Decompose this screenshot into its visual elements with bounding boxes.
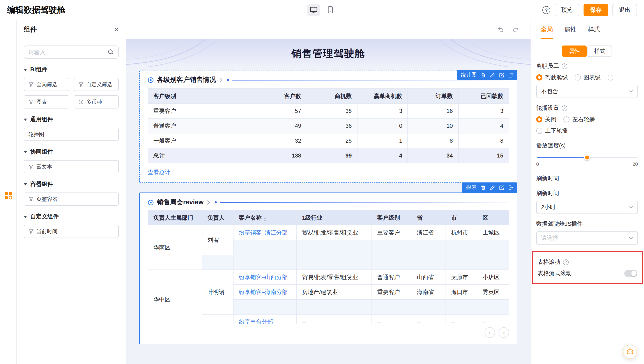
dashboard-canvas[interactable]: 销售管理驾驶舱 统计图 — [126, 40, 531, 364]
column-header: 客户数 — [256, 88, 307, 104]
view-total-link[interactable]: 查看总计 — [148, 168, 170, 176]
next-page-button[interactable]: › — [499, 327, 509, 338]
radio-carousel-off[interactable]: 关闭 — [536, 116, 556, 124]
redo-icon — [512, 26, 519, 33]
undo-button[interactable] — [497, 26, 504, 33]
customer-link[interactable]: 纷享丰台分部 — [239, 318, 273, 324]
column-header-sortable[interactable]: 客户名称 — [234, 210, 297, 225]
mobile-view-button[interactable] — [324, 4, 337, 16]
table-cell: 36 — [307, 118, 357, 133]
component-item-multi-currency[interactable]: 多币种 — [73, 96, 119, 108]
component-item-chart[interactable]: 图表 — [24, 96, 69, 108]
save-button[interactable]: 保存 — [583, 4, 608, 16]
component-group-collab[interactable]: 协同组件 — [24, 148, 119, 156]
prev-page-button[interactable]: ‹ — [485, 327, 495, 338]
desktop-view-button[interactable] — [307, 4, 320, 16]
table-cell: 8 — [458, 133, 509, 148]
delete-widget-button[interactable] — [481, 72, 486, 78]
chevron-down-icon — [629, 237, 633, 239]
chevron-right-icon[interactable] — [206, 200, 210, 205]
close-icon[interactable]: × — [114, 26, 119, 34]
customer-link[interactable]: 纷享销客–浙江分部 — [239, 229, 288, 236]
component-group-bi[interactable]: BI组件 — [24, 66, 119, 74]
tab-global[interactable]: 全局 — [541, 20, 553, 39]
radio-chart-level[interactable]: 图表级 — [575, 74, 601, 82]
column-header: 已回款数 — [458, 88, 509, 104]
component-item-rich-text[interactable]: 富文本 — [24, 160, 119, 173]
widget-customer-level-sales[interactable]: 统计图 — [139, 70, 517, 183]
widget-type-label: 统计图 — [461, 71, 477, 79]
help-icon[interactable]: ? — [563, 259, 569, 265]
trash-icon — [481, 185, 486, 190]
table-cell: 重要客户 — [372, 225, 411, 240]
exit-button[interactable]: 退出 — [612, 4, 637, 16]
widget-sales-weekly-review[interactable]: 报表 — [139, 192, 517, 344]
report-table-viewport[interactable]: 负责人主属部门 负责人 客户名称 1级行业 客户级别 省 市 — [148, 210, 509, 324]
speed-slider[interactable] — [537, 154, 637, 160]
radio-carousel-horizontal[interactable]: 左右轮播 — [563, 116, 595, 124]
resigned-staff-label: 离职员工 — [536, 62, 559, 70]
rename-widget-button[interactable] — [499, 72, 504, 78]
component-item-custom-filter[interactable]: 自定义筛选 — [73, 78, 119, 91]
help-icon[interactable]: ? — [542, 6, 550, 14]
table-stream-scroll-toggle[interactable] — [624, 270, 637, 277]
table-cell: 25 — [307, 133, 357, 148]
help-icon[interactable] — [608, 74, 613, 80]
dashboard-editor-app: 编辑数据驾驶舱 ? 预览 保存 退出 — [0, 0, 644, 364]
mode-toggle: 属性 样式 — [536, 46, 638, 57]
chevron-right-icon[interactable] — [219, 77, 223, 82]
component-item-carousel[interactable]: 轮播图 — [24, 128, 119, 141]
help-icon[interactable]: ? — [562, 105, 567, 111]
sort-icon[interactable] — [264, 217, 267, 222]
components-library-button[interactable] — [4, 27, 13, 364]
table-row: 华南区 刘宥 纷享销客–浙江分部 贸易/批发/零售/租赁业 重要客户 浙江省 杭… — [148, 225, 509, 240]
radio-carousel-vertical[interactable]: 上下轮播 — [536, 127, 568, 135]
chevron-down-icon — [24, 183, 27, 185]
preview-button[interactable]: 预览 — [555, 4, 579, 16]
title-divider-line — [220, 202, 509, 203]
mode-style-button[interactable]: 样式 — [587, 46, 612, 57]
rename-widget-button[interactable] — [499, 185, 504, 190]
tab-style[interactable]: 样式 — [588, 20, 600, 39]
wave-decoration — [126, 40, 266, 68]
component-item-tab-container[interactable]: 页签容器 — [24, 192, 119, 206]
component-item-current-time[interactable]: 当前时间 — [24, 225, 119, 238]
device-toggle — [307, 4, 337, 16]
table-cell: 16 — [408, 104, 459, 118]
search-input[interactable] — [29, 49, 108, 55]
table-cell: -- — [297, 314, 372, 324]
mode-properties-button[interactable]: 属性 — [562, 46, 587, 57]
edit-widget-button[interactable] — [490, 72, 495, 78]
help-icon[interactable]: ? — [562, 63, 567, 69]
column-header: 省 — [411, 210, 446, 225]
table-row: 重要客户 57 38 3 16 3 — [148, 104, 509, 118]
delete-widget-button[interactable] — [481, 185, 486, 190]
open-report-button[interactable] — [508, 185, 513, 190]
component-item-global-filter[interactable]: 全局筛选 — [24, 78, 69, 91]
customer-link[interactable]: 纷享销客–山西分部 — [239, 274, 288, 280]
dept-cell: 华中区 — [148, 270, 202, 324]
component-group-container[interactable]: 容器组件 — [24, 180, 119, 188]
component-group-general[interactable]: 通用组件 — [24, 116, 119, 124]
assistant-button[interactable] — [623, 345, 637, 359]
weekly-review-table: 负责人主属部门 负责人 客户名称 1级行业 客户级别 省 市 — [148, 210, 509, 324]
radio-dashboard-level[interactable]: 驾驶舱级 — [536, 74, 568, 82]
table-cell: 杭州市 — [446, 225, 477, 240]
customer-link[interactable]: 纷享销客–海南分部 — [239, 288, 288, 295]
component-group-custom[interactable]: 自定义组件 — [24, 212, 119, 220]
slider-knob[interactable] — [584, 154, 590, 160]
js-plugin-select[interactable]: 请选择 — [536, 232, 638, 244]
refresh-group-label: 刷新时间 — [536, 174, 638, 182]
redo-button[interactable] — [512, 26, 519, 33]
refresh-time-select[interactable]: 2小时 — [536, 201, 638, 214]
tab-properties[interactable]: 属性 — [564, 20, 576, 39]
table-cell: 15 — [458, 148, 509, 163]
chevron-down-icon — [24, 151, 27, 153]
edit-widget-button[interactable] — [490, 185, 495, 190]
owner-cell: 刘宥 — [202, 225, 233, 255]
search-icon[interactable] — [108, 49, 114, 55]
line-dot — [214, 201, 217, 204]
table-row: 华中区 叶明诸 纷享销客–山西分部 贸易/批发/零售/租赁业 普通客户 山西省 … — [148, 270, 509, 284]
copy-widget-button[interactable] — [508, 72, 513, 78]
resigned-staff-select[interactable]: 不包含 — [536, 85, 638, 98]
